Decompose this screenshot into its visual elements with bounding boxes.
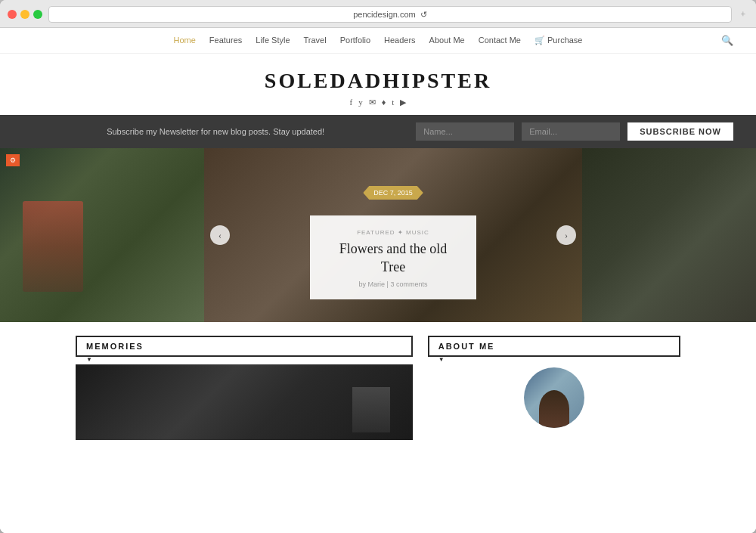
nav-item-about[interactable]: About Me [429, 36, 465, 45]
url-text: pencidesign.com [353, 10, 416, 19]
newsletter-email-input[interactable] [522, 122, 620, 141]
gear-icon: ⚙ [10, 156, 16, 164]
minimize-button[interactable] [20, 10, 29, 19]
pinterest-icon[interactable]: ♦ [382, 98, 386, 107]
refresh-icon[interactable]: ↺ [420, 10, 427, 20]
nav-item-features[interactable]: Features [209, 36, 242, 45]
traffic-lights [8, 10, 42, 19]
nav-item-home[interactable]: Home [174, 36, 196, 45]
nav-item-portfolio[interactable]: Portfolio [340, 36, 370, 45]
slide-title[interactable]: Flowers and the old Tree [333, 240, 454, 276]
memories-heading: MEMORIES [76, 336, 413, 357]
logo-part1: SOLEDAD [265, 69, 383, 92]
nav-link-purchase[interactable]: 🛒 Purchase [534, 36, 583, 45]
nav-link-travel[interactable]: Travel [304, 36, 327, 45]
featured-badge: ⚙ [6, 154, 20, 166]
slide-author[interactable]: Marie [368, 280, 386, 288]
instagram-icon[interactable]: ✉ [369, 98, 376, 107]
date-badge: DEC 7, 2015 [363, 186, 423, 200]
social-icons: f y ✉ ♦ t ▶ [0, 98, 756, 107]
nav-link-features[interactable]: Features [209, 36, 242, 45]
chevron-right-icon: › [565, 230, 568, 241]
slide-meta: by Marie | 3 comments [333, 280, 454, 288]
browser-chrome: pencidesign.com ↺ + [0, 0, 756, 28]
nav-item-headers[interactable]: Headers [384, 36, 416, 45]
top-navigation: Home Features Life Style Travel Portfoli… [0, 28, 756, 54]
logo-part2: HIPSTER [383, 69, 491, 92]
newsletter-text: Subscribe my Newsletter for new blog pos… [23, 127, 408, 136]
nav-item-contact[interactable]: Contact Me [479, 36, 521, 45]
slider-left-panel: ⚙ [0, 148, 204, 322]
slider-next-arrow[interactable]: › [556, 225, 576, 245]
nav-links: Home Features Life Style Travel Portfoli… [174, 36, 583, 45]
about-avatar [524, 367, 584, 428]
new-tab-button[interactable]: + [738, 9, 748, 20]
bottom-section: MEMORIES ABOUT ME [0, 322, 756, 533]
chevron-left-icon: ‹ [218, 230, 222, 241]
twitter-icon[interactable]: y [358, 98, 363, 107]
site-logo: SOLEDADHIPSTER [0, 69, 756, 93]
nav-item-travel[interactable]: Travel [304, 36, 327, 45]
slide-categories: FEATURED ✦ MUSIC [333, 229, 454, 236]
slider-center-panel: DEC 7, 2015 FEATURED ✦ MUSIC Flowers and… [204, 148, 582, 322]
memories-column: MEMORIES [76, 336, 413, 533]
about-heading: ABOUT ME [428, 336, 680, 357]
slider-right-panel [582, 148, 756, 322]
search-icon[interactable]: 🔍 [721, 35, 733, 47]
tumblr-icon[interactable]: t [392, 98, 394, 107]
slider-left-image [0, 148, 204, 322]
nav-link-contact[interactable]: Contact Me [479, 36, 521, 45]
nav-link-about[interactable]: About Me [429, 36, 465, 45]
nav-item-lifestyle[interactable]: Life Style [256, 36, 290, 45]
browser-window: pencidesign.com ↺ + Home Features Life S… [0, 0, 756, 533]
slider-prev-arrow[interactable]: ‹ [210, 225, 230, 245]
newsletter-bar: Subscribe my Newsletter for new blog pos… [0, 115, 756, 148]
memories-image [76, 364, 413, 440]
slider-right-image [582, 148, 756, 322]
nav-link-portfolio[interactable]: Portfolio [340, 36, 370, 45]
maximize-button[interactable] [33, 10, 42, 19]
logo-area: SOLEDADHIPSTER f y ✉ ♦ t ▶ [0, 54, 756, 115]
nav-item-purchase[interactable]: 🛒 Purchase [534, 36, 583, 45]
slide-content-card: FEATURED ✦ MUSIC Flowers and the old Tre… [310, 215, 476, 299]
newsletter-name-input[interactable] [416, 122, 514, 141]
facebook-icon[interactable]: f [350, 98, 353, 107]
slide-by-text: by [359, 280, 367, 288]
subscribe-button[interactable]: SUBSCRIBE NOW [627, 122, 733, 141]
nav-link-home[interactable]: Home [174, 36, 196, 45]
about-column: ABOUT ME [428, 336, 680, 533]
website-content: Home Features Life Style Travel Portfoli… [0, 28, 756, 533]
close-button[interactable] [8, 10, 17, 19]
nav-link-headers[interactable]: Headers [384, 36, 416, 45]
nav-link-lifestyle[interactable]: Life Style [256, 36, 290, 45]
slide-comments[interactable]: 3 comments [390, 280, 427, 288]
youtube-icon[interactable]: ▶ [400, 98, 406, 107]
slide-separator: | [387, 280, 389, 288]
slider-section: ⚙ DEC 7, 2015 FEATURED ✦ MUSIC Flowers a… [0, 148, 756, 322]
address-bar[interactable]: pencidesign.com ↺ [48, 6, 732, 23]
